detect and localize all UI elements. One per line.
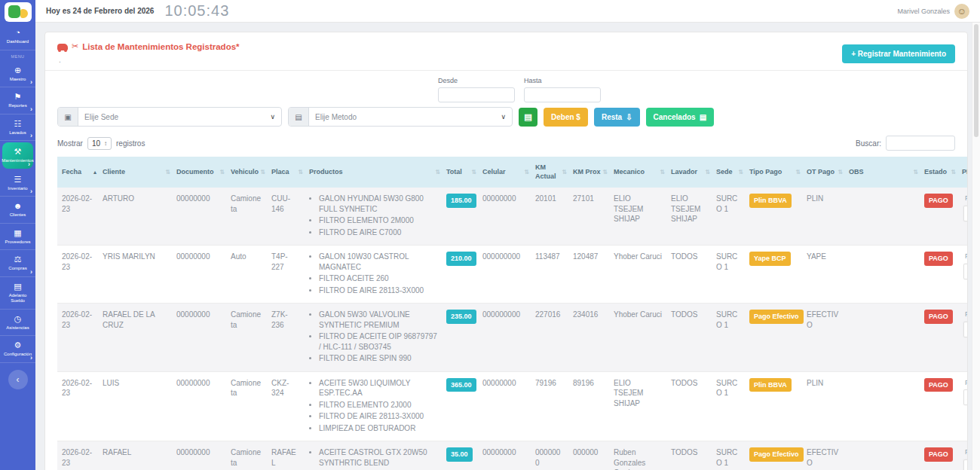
desde-input[interactable] <box>438 87 515 102</box>
pdf-file-icon[interactable]: A <box>963 264 968 279</box>
clock-icon: ◷ <box>14 315 22 323</box>
column-header-mecanico[interactable]: Mecanico⇅ <box>609 157 666 188</box>
table-body: 2026-02-23ARTURO00000000CamionetaCUU-146… <box>57 188 968 470</box>
truck-icon: ▦ <box>14 229 21 237</box>
metodo-select[interactable]: ▤ Elije Metodo ∨ <box>288 107 513 127</box>
column-header-obs[interactable]: OBS⇅ <box>844 157 920 188</box>
cell-km-prox: 27101 <box>568 188 609 246</box>
page-size-select[interactable]: 10 ↕ <box>87 137 112 150</box>
estado-badge[interactable]: PAGO <box>924 447 953 461</box>
sidebar-collapse-button[interactable]: ‹ <box>8 370 28 389</box>
column-header-estado[interactable]: Estado⇅ <box>920 157 957 188</box>
search-input[interactable] <box>886 136 955 151</box>
pdf-file-icon[interactable]: A <box>963 389 968 405</box>
pdf-glyph: A <box>967 324 968 334</box>
column-header-celular[interactable]: Celular⇅ <box>478 157 531 188</box>
total-badge[interactable]: 365.00 <box>446 378 476 392</box>
sede-select[interactable]: ▣ Elije Sede ∨ <box>57 107 282 127</box>
sidebar-item-configuracion[interactable]: ⚙Configuración› <box>0 336 35 363</box>
pdf-link[interactable]: PDF <box>965 447 968 456</box>
user-menu[interactable]: Marivel Gonzales ☺ <box>897 4 969 19</box>
pdf-file-icon[interactable]: A <box>963 322 968 337</box>
metodo-select-value: Elije Metodo <box>309 113 363 121</box>
column-header-tipo_pago[interactable]: Tipo Pago⇅ <box>745 157 802 188</box>
cell-total: 235.00 <box>442 304 478 372</box>
estado-badge[interactable]: PAGO <box>924 378 953 392</box>
column-header-km_actual[interactable]: KM Actual⇅ <box>531 157 568 188</box>
total-badge[interactable]: 210.00 <box>446 252 476 265</box>
column-header-cliente[interactable]: Cliente⇅ <box>98 157 172 188</box>
sidebar-item-asistencias[interactable]: ◷Asistencias <box>0 310 35 337</box>
app-logo[interactable] <box>5 2 32 22</box>
table-row: 2026-02-23RAFAEL00000000CamionetaRAFAELA… <box>57 441 968 470</box>
estado-badge[interactable]: PAGO <box>924 252 953 265</box>
cell-mecanico: Yhober Caruci <box>609 246 666 304</box>
product-list: GALON 10W30 CASTROL MAGNATECFILTRO ACEIT… <box>309 252 437 295</box>
sidebar-item-lavados[interactable]: ☷Lavados› <box>0 114 35 142</box>
pdf-link[interactable]: PDF <box>965 310 968 319</box>
cell-km-actual: 20101 <box>531 188 568 246</box>
sidebar-item-dashboard[interactable]: ◔Dashboard <box>0 23 35 50</box>
scrollbar-thumb[interactable] <box>974 24 978 137</box>
pdf-file-icon[interactable]: A <box>963 459 968 470</box>
deben-button[interactable]: Deben $ <box>544 108 588 127</box>
column-header-km_prox[interactable]: KM Prox⇅ <box>568 157 609 188</box>
registrar-mantenimiento-button[interactable]: + Registrar Mantenimiento <box>842 44 955 63</box>
total-badge[interactable]: 185.00 <box>446 194 476 207</box>
column-header-documento[interactable]: Documento⇅ <box>172 157 226 188</box>
sidebar-item-label: Compras <box>8 266 26 272</box>
product-item: FILTRO DE AIRE SPIN 990 <box>319 353 437 364</box>
estado-badge[interactable]: PAGO <box>924 310 953 323</box>
pdf-link[interactable]: PDF <box>965 252 968 261</box>
excel-export-button[interactable]: ▤ <box>519 108 537 127</box>
globe-icon: ⊕ <box>14 66 21 75</box>
sidebar-item-mantenimientos[interactable]: ⚒Mantenimientos› <box>2 142 33 169</box>
column-header-sede[interactable]: Sede⇅ <box>712 157 745 188</box>
tipo-pago-badge: Pago Efectivo <box>749 310 804 323</box>
resta-button[interactable]: Resta⇩ <box>594 108 640 127</box>
column-header-vehiculo[interactable]: Vehiculo⇅ <box>226 157 267 188</box>
sort-icon: ⇅ <box>562 168 567 175</box>
total-badge[interactable]: 235.00 <box>446 310 476 323</box>
pdf-link[interactable]: PDF <box>965 194 968 203</box>
chevron-right-icon: › <box>30 105 32 113</box>
sidebar-item-label: Lavados <box>9 130 26 136</box>
scrollbar[interactable] <box>972 23 980 470</box>
total-badge[interactable]: 35.00 <box>446 447 473 461</box>
sidebar-item-reportes[interactable]: ⚑Reportes› <box>0 87 35 114</box>
sidebar: ◔DashboardMENU⊕Maestro›⚑Reportes›☷Lavado… <box>0 0 35 470</box>
cell-placa: CUU-146 <box>267 188 305 246</box>
pdf-file-icon[interactable]: A <box>963 206 968 221</box>
cell-km-actual: 227016 <box>531 304 568 372</box>
sidebar-item-maestro[interactable]: ⊕Maestro› <box>0 61 35 88</box>
hasta-input[interactable] <box>524 87 601 102</box>
column-header-pdf[interactable]: PDF <box>957 157 968 188</box>
sort-icon: ⇅ <box>795 168 801 175</box>
cell-ot-pago: EFECTIVO <box>802 304 844 372</box>
column-header-productos[interactable]: Productos⇅ <box>305 157 442 188</box>
column-header-fecha[interactable]: Fecha▴ <box>57 157 98 188</box>
sidebar-item-proveedores[interactable]: ▦Proveedores <box>0 224 35 251</box>
cell-vehiculo: Camioneta <box>226 371 267 441</box>
sidebar-item-inventario[interactable]: ☰Inventario› <box>0 170 35 197</box>
car-icon <box>57 44 68 50</box>
registros-label: registros <box>116 139 145 148</box>
user-avatar[interactable]: ☺ <box>954 4 969 19</box>
sidebar-item-compras[interactable]: ⚖Compras› <box>0 250 35 277</box>
pdf-link[interactable]: PDF <box>965 378 968 387</box>
cell-lavador: TODOS <box>666 304 712 372</box>
column-header-ot_pago[interactable]: OT Pago⇅ <box>802 157 844 188</box>
chevron-right-icon: › <box>28 160 30 168</box>
column-header-lavador[interactable]: Lavador⇅ <box>666 157 712 188</box>
sidebar-item-label: Asistencias <box>6 325 29 331</box>
tools-icon: ✂ <box>72 41 78 51</box>
cancelados-button[interactable]: Cancelados▤ <box>646 108 715 127</box>
cell-vehiculo: Camioneta <box>226 188 267 246</box>
estado-badge[interactable]: PAGO <box>924 194 953 207</box>
column-header-placa[interactable]: Placa⇅ <box>267 157 305 188</box>
sidebar-item-clientes[interactable]: ☻Clientes <box>0 197 35 224</box>
table-row: 2026-02-23ARTURO00000000CamionetaCUU-146… <box>57 188 968 246</box>
cell-mecanico: ELIO TSEJEM SHIJAP <box>609 371 666 441</box>
column-header-total[interactable]: Total⇅ <box>442 157 478 188</box>
sidebar-item-adelanto-sueldo[interactable]: ▤Adelanto Sueldo <box>0 277 35 310</box>
